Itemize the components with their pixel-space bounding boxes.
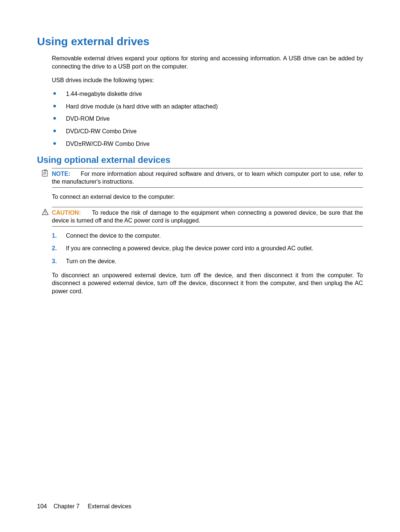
list-item: 1.Connect the device to the computer. [52,232,363,240]
section-title: Using optional external devices [37,155,363,165]
list-item: DVD-ROM Drive [52,115,363,123]
list-item-text: DVD/CD-RW Combo Drive [66,128,137,134]
chapter-label: Chapter 7 [54,503,80,509]
list-item: Hard drive module (a hard drive with an … [52,103,363,111]
list-item: 3.Turn on the device. [52,257,363,265]
usb-drives-list: 1.44-megabyte diskette drive Hard drive … [52,90,363,148]
page-footer: 104 Chapter 7 External devices [37,503,131,510]
caution-text: To reduce the risk of damage to the equi… [52,210,363,224]
note-callout: NOTE: For more information about require… [52,168,363,188]
chapter-title: External devices [88,503,131,509]
bullet-icon [53,105,56,107]
caution-callout: CAUTION: To reduce the risk of damage to… [52,207,363,227]
intro-paragraph-2: USB drives include the following types: [52,76,363,84]
step-text: Turn on the device. [66,258,116,264]
bullet-icon [53,130,56,132]
caution-icon [41,208,49,216]
connect-intro: To connect an external device to the com… [52,193,363,201]
disconnect-paragraph: To disconnect an unpowered external devi… [52,271,363,295]
note-label: NOTE: [52,171,70,177]
list-item: DVD/CD-RW Combo Drive [52,128,363,135]
note-icon [41,170,49,177]
step-number: 3. [52,257,57,265]
bullet-icon [53,142,56,145]
section-body: Removable external drives expand your op… [52,54,363,148]
caution-label: CAUTION: [52,210,81,216]
list-item: DVD±RW/CD-RW Combo Drive [52,140,363,148]
svg-point-7 [45,213,46,214]
list-item: 1.44-megabyte diskette drive [52,90,363,98]
list-item-text: DVD-ROM Drive [66,116,110,122]
list-item: 2.If you are connecting a powered device… [52,244,363,252]
note-text: For more information about required soft… [52,171,363,185]
intro-paragraph-1: Removable external drives expand your op… [52,54,363,70]
bullet-icon [53,92,56,95]
page-title: Using external drives [37,35,363,48]
document-page: Using external drives Removable external… [0,0,400,532]
list-item-text: 1.44-megabyte diskette drive [66,91,142,97]
step-text: If you are connecting a powered device, … [66,245,313,251]
list-item-text: DVD±RW/CD-RW Combo Drive [66,141,150,147]
steps-list: 1.Connect the device to the computer. 2.… [52,232,363,265]
step-number: 1. [52,232,57,240]
section2-body: NOTE: For more information about require… [52,168,363,295]
bullet-icon [53,117,56,120]
section-optional-devices: Using optional external devices [44,155,363,165]
page-number: 104 [37,503,47,509]
step-text: Connect the device to the computer. [66,232,161,239]
list-item-text: Hard drive module (a hard drive with an … [66,103,218,110]
step-number: 2. [52,244,57,252]
